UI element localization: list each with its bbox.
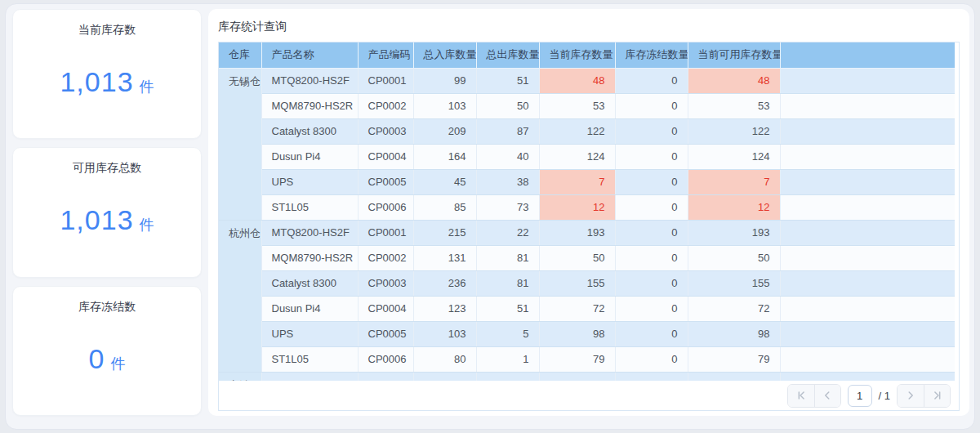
stat-unit: 件 [140,215,154,234]
prev-page-button[interactable] [814,385,840,407]
stat-value-row: 1,013 件 [60,176,154,276]
table-row: UPS CP0005 45 38 7 0 7 [219,169,955,194]
cell-filler [780,194,955,220]
table-row: MQM8790-HS2R CP0002 103 50 53 0 53 [219,93,955,118]
cell-frozen [615,372,688,381]
cell-product-name: UPS [261,169,358,194]
warehouse-cell: 杭州仓 [219,220,261,372]
table-row-partial: 合计 [219,372,955,381]
stat-value: 1,013 [60,66,133,98]
cell-filler [780,296,955,321]
cell-filler [780,220,955,245]
cell-current-stock: 79 [539,346,615,372]
cell-frozen: 0 [615,321,688,346]
cell-total-in: 103 [413,321,476,346]
column-header-product-name: 产品名称 [261,42,358,68]
stat-unit: 件 [140,77,154,96]
first-page-button[interactable] [788,385,814,407]
cell-product-name: MTQ8200-HS2F [261,68,358,93]
stat-label: 当前库存数 [78,23,136,38]
cell-filler [780,245,955,270]
cell-available: 79 [688,346,780,372]
cell-filler [780,321,955,346]
next-page-button[interactable] [898,385,924,407]
cell-frozen: 0 [615,194,688,220]
page-total-label: / 1 [879,390,890,402]
cell-product-name: Dusun Pi4 [261,144,358,169]
cell-product-code: CP0001 [358,220,413,245]
table-header-row: 仓库 产品名称 产品编码 总入库数量 总出库数量 当前库存数量 库存冻结数量 当… [219,42,955,68]
cell-frozen: 0 [615,169,688,194]
cell-filler [780,169,955,194]
table-row: 无锡仓 MTQ8200-HS2F CP0001 99 51 48 0 48 [219,68,955,93]
page-number-input[interactable] [848,385,872,407]
stats-sidebar: 当前库存数 1,013 件 可用库存总数 1,013 件 库存冻结数 0 [12,9,202,416]
next-page-icon [904,389,917,402]
cell-total-in: 45 [413,169,476,194]
page-separator: / [879,390,882,402]
cell-product-name: Catalyst 8300 [261,270,358,296]
cell-filler [780,270,955,296]
table-row: MQM8790-HS2R CP0002 131 81 50 0 50 [219,245,955,270]
stat-label: 可用库存总数 [73,161,141,176]
cell-total-in: 103 [413,93,476,118]
first-page-icon [795,389,808,402]
cell-available [688,372,780,381]
app-window: 当前库存数 1,013 件 可用库存总数 1,013 件 库存冻结数 0 [5,3,975,430]
table-row: Dusun Pi4 CP0004 164 40 124 0 124 [219,144,955,169]
inventory-query-panel: 库存统计查询 仓库 产品名称 产品编码 总入库数量 [208,9,969,416]
cell-current-stock: 155 [539,270,615,296]
table-row: ST1L05 CP0006 80 1 79 0 79 [219,346,955,372]
stat-value: 0 [89,343,105,375]
cell-total-in: 85 [413,194,476,220]
cell-total-out: 50 [476,93,539,118]
cell-current-stock: 98 [539,321,615,346]
cell-frozen: 0 [615,296,688,321]
cell-available: 53 [688,93,780,118]
table-row: 杭州仓 MTQ8200-HS2F CP0001 215 22 193 0 193 [219,220,955,245]
cell-current-stock: 193 [539,220,615,245]
cell-total-in: 123 [413,296,476,321]
cell-total-in: 215 [413,220,476,245]
cell-frozen: 0 [615,245,688,270]
cell-available: 7 [688,169,780,194]
cell-total-out: 51 [476,68,539,93]
cell-product-name: MTQ8200-HS2F [261,220,358,245]
cell-available: 124 [688,144,780,169]
cell-current-stock: 124 [539,144,615,169]
cell-available: 50 [688,245,780,270]
inventory-table-container: 仓库 产品名称 产品编码 总入库数量 总出库数量 当前库存数量 库存冻结数量 当… [218,42,960,411]
cell-product-name: MQM8790-HS2R [261,245,358,270]
stat-card-frozen-stock: 库存冻结数 0 件 [12,286,202,416]
stat-unit: 件 [110,354,125,373]
table-row: UPS CP0005 103 5 98 0 98 [219,321,955,346]
inventory-table: 仓库 产品名称 产品编码 总入库数量 总出库数量 当前库存数量 库存冻结数量 当… [219,42,955,381]
column-header-current: 当前库存数量 [539,42,615,68]
last-page-button[interactable] [924,385,950,407]
cell-total-out: 73 [476,194,539,220]
cell-product-name: ST1L05 [261,346,358,372]
cell-frozen: 0 [615,346,688,372]
cell-total-out: 38 [476,169,539,194]
cell-current-stock: 7 [539,169,615,194]
table-scroll-viewport[interactable]: 仓库 产品名称 产品编码 总入库数量 总出库数量 当前库存数量 库存冻结数量 当… [219,42,955,381]
column-header-total-out: 总出库数量 [476,42,539,68]
cell-available: 155 [688,270,780,296]
cell-product-name: Catalyst 8300 [261,118,358,144]
table-row: ST1L05 CP0006 85 73 12 0 12 [219,194,955,220]
cell-product-code: CP0005 [358,321,413,346]
table-row: Catalyst 8300 CP0003 209 87 122 0 122 [219,118,955,144]
page-title: 库存统计查询 [218,20,960,34]
cell-total-in: 131 [413,245,476,270]
cell-product-name: MQM8790-HS2R [261,93,358,118]
cell-filler [780,93,955,118]
total-pages: 1 [884,390,890,402]
cell-product-name: Dusun Pi4 [261,296,358,321]
cell-frozen: 0 [615,144,688,169]
cell-product-code: CP0004 [358,296,413,321]
cell-available: 193 [688,220,780,245]
summary-label-cell: 合计 [219,372,261,381]
cell-total-out: 87 [476,118,539,144]
cell-product-code [358,372,413,381]
stat-label: 库存冻结数 [78,300,136,315]
